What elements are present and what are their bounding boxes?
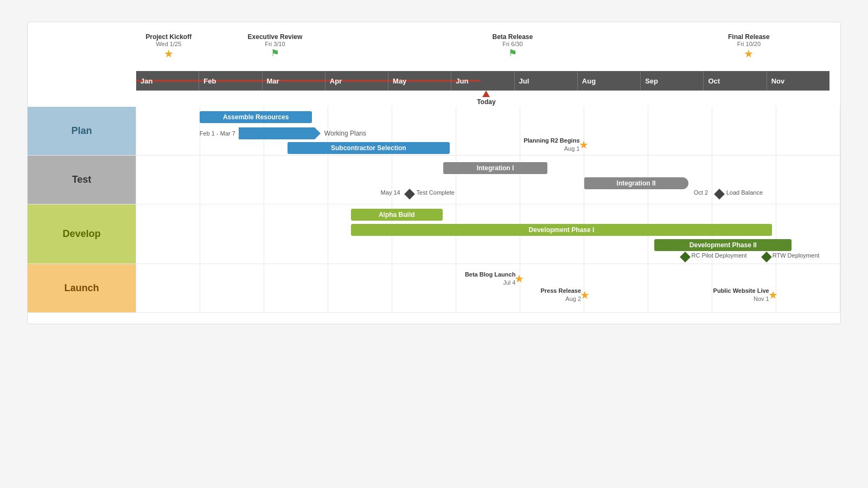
- month-mar: Mar: [263, 71, 326, 91]
- bar-working-plans: Feb 1 - Mar 7 Working Plans: [200, 127, 366, 139]
- month-may: May: [388, 71, 451, 91]
- diamond-rc-pilot: [680, 252, 691, 262]
- today-label: Today: [477, 98, 495, 106]
- row-plan: Plan Assemble Resources Feb 1 - Mar 7 Wo…: [28, 107, 840, 156]
- month-jan: Jan: [136, 71, 199, 91]
- flag-icon-exec-review: ⚑: [248, 47, 303, 59]
- milestone-final-release: Final Release Fri 10/20 ★: [728, 33, 770, 60]
- row-label-test: Test: [28, 156, 136, 204]
- diamond-test-complete: [404, 189, 415, 200]
- diamond-rtw-deploy: [761, 252, 772, 262]
- star-icon-kickoff: ★: [146, 47, 192, 60]
- today-marker: Today: [477, 91, 495, 106]
- month-oct: Oct: [704, 71, 767, 91]
- star-icon-beta-blog: ★: [514, 273, 524, 285]
- month-feb: Feb: [199, 71, 262, 91]
- month-apr: Apr: [326, 71, 388, 91]
- bar-assemble-resources: Assemble Resources: [200, 111, 312, 123]
- bar-alpha-build: Alpha Build: [351, 209, 443, 221]
- marker-load-balance: Load Balance Oct 2: [716, 190, 723, 198]
- marker-rtw-deploy: RTW Deployment: [763, 253, 770, 261]
- row-content-plan: Assemble Resources Feb 1 - Mar 7 Working…: [136, 107, 840, 155]
- milestone-beta-release: Beta Release Fri 6/30 ⚑: [493, 33, 533, 59]
- milestone-executive-review: Executive Review Fri 3/10 ⚑: [248, 33, 303, 59]
- row-content-launch: Beta Blog Launch Jul 4 ★ Press Release A…: [136, 264, 840, 312]
- marker-press-release: Press Release Aug 2 ★: [580, 288, 590, 301]
- month-jul: Jul: [515, 71, 578, 91]
- row-launch: Launch Beta Blog Launch Jul 4 ★ Press Re…: [28, 264, 840, 313]
- marker-test-complete: Test Complete May 14: [406, 190, 413, 198]
- gantt-chart: Project Kickoff Wed 1/25 ★ Executive Rev…: [27, 22, 841, 324]
- bar-integration-ii: Integration II: [584, 177, 688, 189]
- marker-public-website: Public Website Live Nov 1 ★: [768, 288, 778, 301]
- today-triangle: [482, 91, 490, 97]
- month-aug: Aug: [578, 71, 641, 91]
- flag-icon-beta: ⚑: [493, 47, 533, 59]
- row-content-develop: Alpha Build Development Phase I Developm…: [136, 204, 840, 264]
- star-icon-press-release: ★: [580, 289, 590, 301]
- row-test: Test Integration I Integration II Test C…: [28, 156, 840, 204]
- timeline-header: Jan Feb Mar Apr May Jun Jul Aug Sep Oct …: [136, 71, 829, 91]
- bar-dev-phase-i: Development Phase I: [351, 224, 772, 236]
- row-label-develop: Develop: [28, 204, 136, 264]
- marker-beta-blog: Beta Blog Launch Jul 4 ★: [514, 272, 524, 285]
- row-label-launch: Launch: [28, 264, 136, 312]
- marker-rc-pilot: RC Pilot Deployment: [681, 253, 689, 261]
- diamond-load-balance: [714, 189, 725, 200]
- month-nov: Nov: [767, 71, 829, 91]
- row-develop: Develop Alpha Build Development Phase I …: [28, 204, 840, 264]
- row-label-plan: Plan: [28, 107, 136, 155]
- month-jun: Jun: [451, 71, 514, 91]
- row-content-test: Integration I Integration II Test Comple…: [136, 156, 840, 204]
- today-row: Today: [136, 91, 829, 107]
- bar-integration-i: Integration I: [443, 162, 547, 174]
- arrow-tip: [315, 127, 321, 139]
- star-icon-planning-r2: ★: [579, 139, 589, 151]
- month-sep: Sep: [641, 71, 704, 91]
- bar-dev-phase-ii: Development Phase II: [654, 239, 792, 251]
- star-icon-public-website: ★: [768, 289, 778, 301]
- star-icon-final: ★: [728, 47, 770, 60]
- planning-r2-marker: Planning R2 Begins Aug 1 ★: [579, 138, 589, 151]
- milestone-project-kickoff: Project Kickoff Wed 1/25 ★: [146, 33, 192, 60]
- milestones-row: Project Kickoff Wed 1/25 ★ Executive Rev…: [136, 33, 829, 71]
- bar-subcontractor-selection: Subcontractor Selection: [288, 142, 450, 154]
